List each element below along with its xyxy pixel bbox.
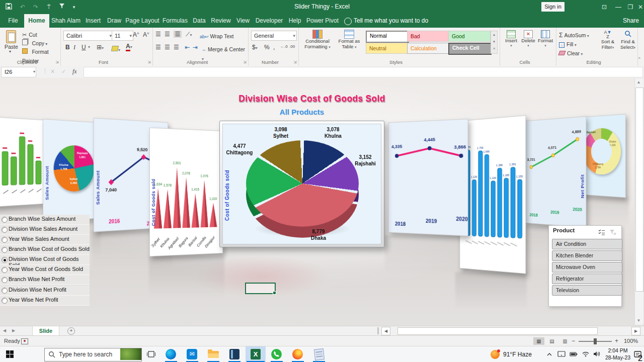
filter-icon[interactable] (57, 3, 66, 11)
fill-color-icon[interactable]: ▾ (112, 44, 120, 53)
sheet-tab-slide[interactable]: Slide (32, 326, 59, 336)
clear-filter-icon[interactable] (609, 228, 616, 237)
clipboard-dialog-launcher[interactable]: ⇲ (55, 60, 59, 64)
font-dialog-launcher[interactable]: ⇲ (147, 60, 151, 64)
new-sheet-icon[interactable]: + (67, 327, 75, 335)
paste-button[interactable]: Paste ▾ (4, 30, 18, 52)
notification-icon[interactable]: 2 (634, 350, 642, 360)
radio-icon[interactable] (2, 277, 8, 283)
save-icon[interactable] (4, 3, 13, 11)
zoom-level[interactable]: 100% (624, 338, 638, 344)
tab-scroll-splitter[interactable] (377, 327, 379, 334)
zoom-slider-thumb[interactable] (594, 338, 597, 344)
styles-gallery-scroll[interactable]: ▴▾≡ (491, 31, 498, 54)
wrap-text-button[interactable]: ab↩Wrap Text (200, 31, 233, 40)
increase-indent-icon[interactable]: ⇥ (193, 44, 198, 51)
tab-insert[interactable]: Insert (83, 14, 104, 28)
taskbar-notes-app[interactable] (309, 346, 329, 362)
tab-draw[interactable]: Draw (105, 14, 124, 28)
tab-shah-alam[interactable]: Shah Alam (50, 14, 82, 28)
tray-tablet-icon[interactable] (557, 350, 566, 359)
name-box[interactable]: I26 (1, 67, 36, 77)
ribbon-display-options-icon[interactable]: ⊡ (599, 3, 610, 12)
close-icon[interactable]: ✕ (635, 3, 644, 12)
main-pie-chart[interactable]: Cost of Goods sold 3,098Sylhet 3,078Khul… (219, 121, 384, 247)
taskbar-edge[interactable] (161, 346, 181, 362)
align-right-icon[interactable]: ☰ (174, 44, 179, 51)
pin-icon[interactable]: ⍑ (44, 3, 53, 11)
formula-input[interactable] (84, 67, 643, 77)
name-box-dropdown[interactable]: ▾ (33, 69, 35, 74)
clear-button[interactable]: Clear ▾ (559, 48, 583, 57)
delete-cells-button[interactable]: ✕ Delete▾ (520, 30, 537, 48)
format-as-table-button[interactable]: Format asTable ▾ (336, 30, 363, 50)
style-check-cell[interactable]: Check Cell (448, 43, 492, 55)
decrease-indent-icon[interactable]: ⇤ (185, 44, 190, 51)
shrink-font-icon[interactable]: A˅ (143, 31, 149, 38)
format-painter-button[interactable]: Format Painter (22, 47, 60, 54)
zoom-in-icon[interactable]: + (615, 337, 618, 344)
minimize-icon[interactable]: — (613, 3, 624, 12)
share-button[interactable]: Share (623, 14, 639, 28)
radio-icon[interactable] (2, 298, 8, 304)
style-bad[interactable]: Bad (407, 31, 449, 42)
style-normal[interactable]: Normal (366, 31, 409, 43)
tell-me-box[interactable]: Tell me what you want to do (354, 14, 428, 28)
normal-view-icon[interactable]: ▦ (533, 337, 544, 345)
align-center-icon[interactable]: ☰ (165, 44, 170, 51)
orientation-icon[interactable]: ⟋▾ (186, 31, 192, 38)
taskbar-file-explorer[interactable] (203, 346, 223, 362)
task-view-icon[interactable] (147, 350, 155, 360)
qat-customize-icon[interactable]: ▾ (69, 3, 78, 11)
taskbar-clock[interactable]: 2:04 PM28-May-23 (603, 347, 633, 361)
format-cells-button[interactable]: Format▾ (537, 30, 554, 48)
percent-style-icon[interactable]: % (264, 44, 270, 51)
taskbar-whatsapp[interactable] (267, 346, 287, 362)
insert-cells-button[interactable]: Insert▾ (503, 30, 520, 48)
tab-help[interactable]: Help (286, 14, 304, 28)
slicer-item-television[interactable]: Television (552, 285, 622, 296)
search-box[interactable]: Type here to search (44, 348, 142, 361)
tab-file[interactable]: File (4, 14, 22, 28)
slicer-item-kitchen-blender[interactable]: Kitchen Blender (552, 250, 622, 261)
comma-style-icon[interactable]: , (273, 44, 275, 51)
sheet-nav-left-icon[interactable]: ◀ (3, 328, 6, 333)
style-calculation[interactable]: Calculation (407, 43, 449, 54)
style-neutral[interactable]: Neutral (366, 43, 408, 54)
sign-in-button[interactable]: Sign in (541, 2, 565, 12)
sheet-nav-right-icon[interactable]: ▶ (12, 328, 15, 333)
conditional-formatting-button[interactable]: ConditionalFormatting ▾ (301, 30, 334, 50)
tab-review[interactable]: Review (209, 14, 232, 28)
align-middle-icon[interactable]: ☰ (165, 31, 170, 38)
bold-button[interactable]: B (65, 44, 70, 51)
option-division-sales[interactable]: Division Wise Sales Amount (0, 225, 90, 235)
weather-text[interactable]: 91°F Haze (503, 351, 532, 358)
radio-icon-selected[interactable] (2, 257, 8, 263)
zoom-out-icon[interactable]: − (572, 337, 575, 344)
italic-button[interactable]: I (73, 44, 75, 51)
tab-data[interactable]: Data (190, 14, 208, 28)
slicer-item-refrigerator[interactable]: Refrigerator (552, 274, 622, 284)
radio-icon[interactable] (2, 288, 8, 294)
start-button[interactable] (6, 350, 14, 358)
scroll-up-icon[interactable]: ▲ (635, 78, 642, 86)
option-branch-sales[interactable]: Branch Wise Sales Amount (0, 215, 90, 225)
option-year-profit[interactable]: Year Wise Net Profit (0, 296, 90, 306)
restore-icon[interactable]: ❐ (625, 3, 636, 12)
copy-button[interactable]: Copy ▾ (22, 38, 47, 45)
tab-page-layout[interactable]: Page Layout (125, 14, 160, 28)
vertical-scrollbar[interactable]: ▲ ▼ (634, 78, 643, 325)
radio-icon[interactable] (2, 267, 8, 273)
align-left-icon[interactable]: ☰ (155, 44, 161, 51)
macro-record-icon[interactable] (21, 338, 28, 344)
font-color-icon[interactable]: A▾ (126, 43, 132, 50)
tab-home[interactable]: Home (24, 14, 49, 28)
collapse-ribbon-icon[interactable]: ⌃ (637, 57, 641, 62)
taskbar-mail[interactable]: ✉ (182, 346, 202, 362)
align-top-icon[interactable]: ☰ (155, 31, 161, 38)
weather-icon[interactable] (491, 350, 500, 359)
hscroll-left-icon[interactable]: ◀ (381, 327, 390, 335)
horizontal-scroll-thumb[interactable] (397, 327, 598, 335)
tray-battery-icon[interactable] (570, 350, 578, 359)
option-branch-cogs[interactable]: Branch Wise Cost of Goods Sold (0, 245, 90, 255)
